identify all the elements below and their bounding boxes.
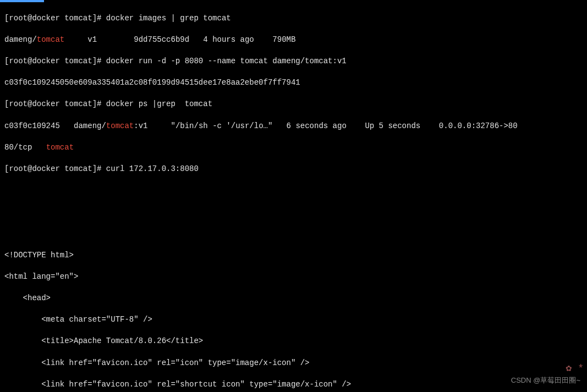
command-text: docker run -d -p 8080 --name tomcat dame… xyxy=(106,57,347,65)
container-created: 6 seconds ago xyxy=(287,122,347,130)
docker-images-output: dameng/tomcat v1 9dd755cc6b9d 4 hours ag… xyxy=(4,35,583,46)
container-id: c03f0c109245 xyxy=(4,122,60,130)
decoration-icon: ✿ * xyxy=(566,362,584,376)
selection-bar xyxy=(0,0,44,2)
container-status: Up 5 seconds xyxy=(365,122,420,130)
prompt-line-4: [root@docker tomcat]# curl 172.17.0.3:80… xyxy=(4,164,583,175)
terminal-output[interactable]: [root@docker tomcat]# docker images | gr… xyxy=(0,0,587,392)
blank-line xyxy=(4,207,583,218)
curl-output-line: <!DOCTYPE html> xyxy=(4,250,583,261)
curl-output-line: <html lang="en"> xyxy=(4,272,583,283)
prompt-line-2: [root@docker tomcat]# docker run -d -p 8… xyxy=(4,56,583,67)
image-tag: v1 xyxy=(87,35,97,44)
container-ports-2: 80/tcp xyxy=(4,143,32,152)
curl-output-line: <meta charset="UTF-8" /> xyxy=(4,314,583,325)
curl-output-line: <link href="favicon.ico" rel="shortcut i… xyxy=(4,379,583,390)
img-prefix: dameng/ xyxy=(74,122,106,130)
shell-prompt: [root@docker tomcat]# xyxy=(4,14,101,23)
blank-line xyxy=(4,228,583,239)
command-text: docker images | grep tomcat xyxy=(106,14,231,23)
container-name: tomcat xyxy=(46,143,74,152)
shell-prompt: [root@docker tomcat]# xyxy=(4,164,101,173)
curl-output-line: <link href="favicon.ico" rel="icon" type… xyxy=(4,358,583,369)
shell-prompt: [root@docker tomcat]# xyxy=(4,100,101,108)
docker-ps-output-2: 80/tcp tomcat xyxy=(4,142,583,153)
blank-line xyxy=(4,185,583,196)
shell-prompt: [root@docker tomcat]# xyxy=(4,57,101,65)
container-cmd: "/bin/sh -c '/usr/lo…" xyxy=(171,122,273,130)
prompt-line-1: [root@docker tomcat]# docker images | gr… xyxy=(4,13,583,24)
docker-ps-output: c03f0c109245 dameng/tomcat:v1 "/bin/sh -… xyxy=(4,121,583,132)
img-highlight: tomcat xyxy=(106,122,134,130)
watermark-text: CSDN @草莓田田圈~ xyxy=(511,376,580,385)
command-text: docker ps |grep tomcat xyxy=(106,100,212,108)
curl-output-line: <head> xyxy=(4,293,583,304)
container-long-id: c03f0c109245050e609a335401a2c08f0199d945… xyxy=(4,78,300,87)
container-ports: 0.0.0.0:32786->80 xyxy=(439,122,518,130)
repo-highlight: tomcat xyxy=(37,35,64,44)
image-id: 9dd755cc6b9d xyxy=(134,35,189,44)
image-size: 790MB xyxy=(272,35,295,44)
repo-prefix: dameng/ xyxy=(4,35,37,44)
img-suffix: :v1 xyxy=(134,122,147,130)
image-created: 4 hours ago xyxy=(203,35,254,44)
docker-run-output: c03f0c109245050e609a335401a2c08f0199d945… xyxy=(4,78,583,89)
command-text: curl 172.17.0.3:8080 xyxy=(106,164,199,173)
curl-output-line: <title>Apache Tomcat/8.0.26</title> xyxy=(4,336,583,347)
prompt-line-3: [root@docker tomcat]# docker ps |grep to… xyxy=(4,99,583,110)
